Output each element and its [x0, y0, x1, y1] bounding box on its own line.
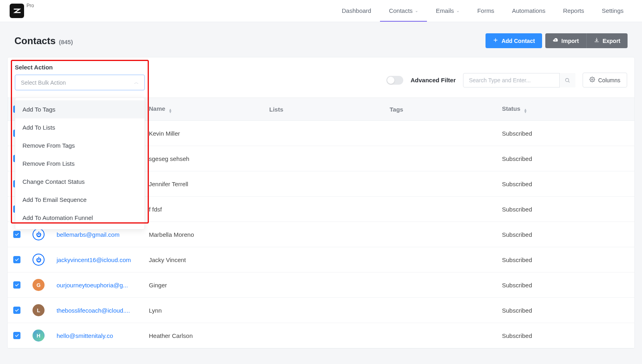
contact-tags [384, 146, 496, 171]
toolbar: Select Action Select Bulk Action ︿ Add T… [8, 57, 634, 98]
bulk-action-label: Select Action [15, 64, 145, 71]
bulk-action-option[interactable]: Change Contact Status [15, 173, 144, 191]
upload-cloud-icon [553, 37, 558, 44]
contact-email-link[interactable]: thebosslifecoach@icloud.... [57, 307, 130, 314]
avatar: ⏻ [33, 228, 45, 240]
contact-lists [264, 121, 384, 146]
download-icon [594, 37, 599, 44]
export-button[interactable]: Export [586, 33, 628, 48]
bulk-action-option[interactable]: Remove From Lists [15, 155, 144, 173]
advanced-filter-label: Advanced Filter [410, 77, 456, 83]
col-head-tags: Tags [384, 98, 496, 121]
contact-email-link[interactable]: ourjourneytoeuphoria@g... [57, 282, 128, 289]
bulk-action-option[interactable]: Add To Tags [15, 100, 144, 118]
bulk-action-option[interactable]: Add To Lists [15, 118, 144, 136]
contact-tags [384, 171, 496, 197]
columns-label: Columns [598, 77, 620, 83]
brand: Pro [10, 4, 34, 18]
contact-tags [384, 323, 496, 348]
avatar: H [33, 329, 45, 342]
contact-email-link[interactable]: jackyvincent16@icloud.com [57, 256, 131, 263]
bulk-action-option[interactable]: Add To Email Sequence [15, 191, 144, 209]
contact-lists [264, 222, 384, 247]
nav-item-label: Automations [512, 7, 545, 14]
table-row: Gourjourneytoeuphoria@g...GingerSubscrib… [8, 272, 634, 298]
row-checkbox[interactable] [13, 231, 20, 238]
avatar: G [33, 279, 45, 291]
contact-status: Subscribed [496, 247, 634, 272]
table-row: Lthebosslifecoach@icloud....LynnSubscrib… [8, 298, 634, 323]
contact-status: Subscribed [496, 146, 634, 171]
table-row: ⏻jackyvincent16@icloud.comJacky VincentS… [8, 247, 634, 272]
row-checkbox[interactable] [13, 281, 20, 289]
nav-item-label: Contacts [389, 7, 412, 14]
avatar: L [33, 304, 45, 316]
col-head-lists-label: Lists [269, 106, 283, 113]
contact-lists [264, 197, 384, 222]
contact-tags [384, 222, 496, 247]
sort-icon: ▲▼ [169, 108, 172, 113]
col-head-name-label: Name [149, 105, 165, 112]
nav-item-emails[interactable]: Emails⌄ [427, 0, 468, 22]
import-button[interactable]: Import [545, 33, 586, 48]
contact-lists [264, 272, 384, 298]
advanced-filter-toggle[interactable] [386, 76, 403, 85]
svg-point-1 [591, 79, 593, 80]
contact-status: Subscribed [496, 298, 634, 323]
contact-status: Subscribed [496, 272, 634, 298]
contact-name: f fdsf [143, 197, 264, 222]
contact-email-link[interactable]: hello@smittenitaly.co [57, 332, 113, 339]
nav-item-label: Reports [563, 7, 584, 14]
contact-name: Ginger [143, 272, 264, 298]
bulk-action-placeholder: Select Bulk Action [21, 79, 66, 86]
nav-item-settings[interactable]: Settings [593, 0, 632, 22]
col-head-tags-label: Tags [390, 106, 403, 113]
contact-status: Subscribed [496, 222, 634, 247]
contact-email-link[interactable]: bellemarbs@gmail.com [57, 231, 120, 238]
export-label: Export [603, 38, 620, 44]
contact-tags [384, 298, 496, 323]
top-nav: Pro DashboardContacts⌄Emails⌄FormsAutoma… [0, 0, 642, 22]
contact-lists [264, 298, 384, 323]
contact-lists [264, 146, 384, 171]
contact-lists [264, 247, 384, 272]
contact-tags [384, 121, 496, 146]
bulk-action-block: Select Action Select Bulk Action ︿ Add T… [15, 64, 145, 90]
nav-items: DashboardContacts⌄Emails⌄FormsAutomation… [333, 0, 632, 22]
nav-item-contacts[interactable]: Contacts⌄ [380, 0, 427, 22]
sort-icon: ▲▼ [524, 108, 527, 113]
page-title-text: Contacts [14, 35, 56, 47]
nav-item-automations[interactable]: Automations [503, 0, 554, 22]
contact-status: Subscribed [496, 121, 634, 146]
row-checkbox[interactable] [13, 256, 20, 263]
add-contact-button[interactable]: Add Contact [486, 33, 542, 48]
contact-tags [384, 247, 496, 272]
bulk-action-select[interactable]: Select Bulk Action ︿ [15, 75, 145, 90]
columns-button[interactable]: Columns [583, 73, 627, 87]
contact-tags [384, 197, 496, 222]
add-contact-label: Add Contact [502, 38, 535, 44]
contact-lists [264, 171, 384, 197]
col-head-lists: Lists [264, 98, 384, 121]
nav-item-label: Emails [436, 7, 454, 14]
nav-item-reports[interactable]: Reports [554, 0, 593, 22]
toolbar-right: Advanced Filter Columns [386, 64, 627, 87]
nav-item-forms[interactable]: Forms [468, 0, 503, 22]
col-head-name[interactable]: Name ▲▼ [143, 98, 264, 121]
table-row: Hhello@smittenitaly.coHeather CarlsonSub… [8, 323, 634, 348]
nav-item-label: Dashboard [342, 7, 371, 14]
row-checkbox[interactable] [13, 307, 20, 314]
search-icon[interactable] [559, 73, 575, 87]
contact-name: Lynn [143, 298, 264, 323]
nav-item-dashboard[interactable]: Dashboard [333, 0, 380, 22]
import-label: Import [561, 38, 579, 44]
bulk-action-option[interactable]: Remove From Tags [15, 136, 144, 155]
bulk-action-option[interactable]: Add To Automation Funnel [15, 209, 144, 227]
contact-name: Kevin Miller [143, 121, 264, 146]
row-checkbox[interactable] [13, 332, 20, 339]
col-head-status-label: Status [502, 105, 520, 112]
col-head-status[interactable]: Status ▲▼ [496, 98, 634, 121]
search-input[interactable] [463, 73, 575, 87]
chevron-up-icon: ︿ [134, 79, 139, 86]
nav-item-label: Settings [602, 7, 624, 14]
